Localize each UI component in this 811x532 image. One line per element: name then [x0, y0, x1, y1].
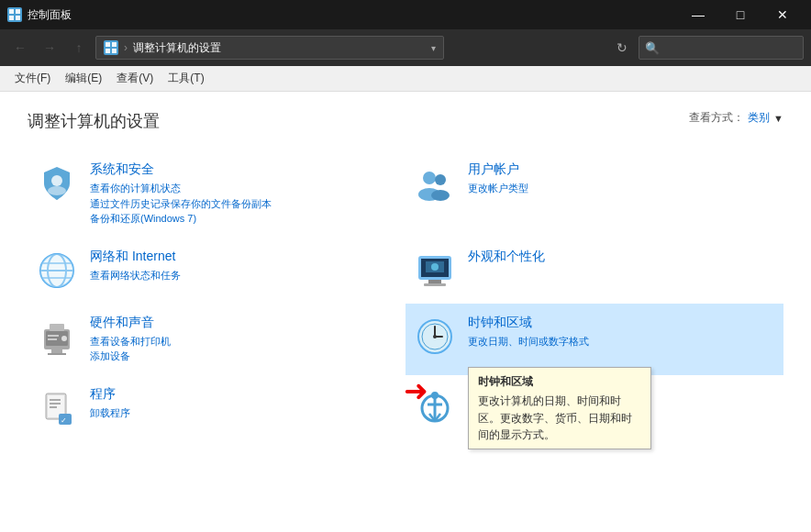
- svg-rect-30: [48, 353, 66, 355]
- window-title: 控制面板: [28, 7, 677, 23]
- view-type-link[interactable]: 类别: [748, 110, 770, 126]
- clock-icon: [413, 315, 457, 359]
- clock-link-1[interactable]: 更改日期、时间或数字格式: [468, 336, 589, 347]
- svg-point-12: [435, 174, 446, 185]
- clock-link[interactable]: 时钟和区域: [468, 315, 776, 331]
- svg-point-38: [433, 335, 437, 338]
- minimize-button[interactable]: —: [677, 0, 719, 29]
- menu-edit[interactable]: 编辑(E): [58, 67, 109, 90]
- network-link-1[interactable]: 查看网络状态和任务: [90, 270, 181, 281]
- view-controls: 查看方式： 类别 ▼: [689, 110, 783, 126]
- category-appearance: 外观和个性化: [406, 238, 783, 304]
- network-link[interactable]: 网络和 Internet: [90, 249, 398, 265]
- user-link[interactable]: 用户帐户: [468, 161, 776, 178]
- page-title: 调整计算机的设置: [28, 110, 783, 132]
- breadcrumb-separator: ›: [124, 41, 128, 54]
- appearance-icon: [413, 249, 457, 293]
- svg-rect-41: [50, 399, 61, 401]
- svg-rect-43: [50, 406, 57, 408]
- user-desc: 更改帐户类型: [468, 181, 776, 196]
- svg-point-25: [431, 263, 439, 271]
- svg-point-31: [61, 336, 67, 341]
- category-hardware: 硬件和声音 查看设备和打印机 添加设备: [28, 304, 406, 375]
- svg-rect-23: [424, 283, 446, 286]
- svg-rect-28: [50, 324, 64, 331]
- back-icon: ←: [14, 40, 27, 55]
- view-dropdown-icon[interactable]: ▼: [773, 113, 783, 124]
- svg-rect-0: [9, 9, 14, 14]
- up-icon: ↑: [76, 40, 83, 55]
- system-link-3[interactable]: 备份和还原(Windows 7): [90, 213, 196, 224]
- user-link-1[interactable]: 更改帐户类型: [468, 183, 528, 194]
- system-icon: [35, 161, 79, 205]
- clock-desc: 更改日期、时间或数字格式: [468, 334, 776, 349]
- system-link[interactable]: 系统和安全: [90, 161, 398, 178]
- maximize-button[interactable]: □: [719, 0, 761, 29]
- minimize-icon: —: [692, 8, 705, 21]
- red-arrow-indicator: ➜: [404, 376, 428, 405]
- svg-rect-3: [16, 16, 20, 20]
- svg-rect-2: [9, 16, 14, 20]
- system-link-1[interactable]: 查看你的计算机状态: [90, 183, 181, 194]
- svg-rect-42: [50, 403, 61, 405]
- forward-icon: →: [43, 40, 56, 55]
- hardware-link-1[interactable]: 查看设备和打印机: [90, 336, 171, 347]
- appearance-text: 外观和个性化: [468, 249, 776, 268]
- menu-tools[interactable]: 工具(T): [161, 67, 211, 90]
- close-button[interactable]: ✕: [761, 0, 804, 29]
- breadcrumb-dropdown-icon[interactable]: ▾: [431, 43, 436, 53]
- category-user: 用户帐户 更改帐户类型: [406, 150, 783, 238]
- network-text: 网络和 Internet 查看网络状态和任务: [90, 249, 398, 283]
- tooltip: 时钟和区域 更改计算机的日期、时间和时区。更改数字、货币、日期和时间的显示方式。: [468, 367, 651, 449]
- hardware-link[interactable]: 硬件和声音: [90, 315, 398, 331]
- menu-file[interactable]: 文件(F): [7, 67, 58, 90]
- breadcrumb-current: 调整计算机的设置: [133, 40, 221, 56]
- tooltip-title: 时钟和区域: [478, 373, 641, 391]
- svg-rect-29: [51, 349, 62, 353]
- refresh-button[interactable]: ↻: [609, 35, 635, 61]
- programs-icon: ✓: [35, 386, 79, 430]
- programs-link-1[interactable]: 卸载程序: [90, 407, 130, 418]
- svg-rect-32: [48, 335, 59, 337]
- system-desc: 查看你的计算机状态 通过文件历史记录保存你的文件备份副本 备份和还原(Windo…: [90, 181, 398, 227]
- svg-rect-5: [112, 42, 117, 47]
- back-button[interactable]: ←: [7, 35, 33, 61]
- system-link-2[interactable]: 通过文件历史记录保存你的文件备份副本: [90, 198, 272, 209]
- refresh-icon: ↻: [617, 40, 628, 55]
- programs-link[interactable]: 程序: [90, 386, 398, 403]
- navigation-bar: ← → ↑ › 调整计算机的设置 ▾ ↻ 🔍: [0, 29, 811, 66]
- hardware-link-2[interactable]: 添加设备: [90, 350, 130, 361]
- svg-point-9: [48, 186, 66, 195]
- breadcrumb-home-icon: [104, 40, 118, 55]
- titlebar: 控制面板 — □ ✕: [0, 0, 811, 29]
- svg-rect-7: [112, 49, 117, 53]
- forward-button[interactable]: →: [37, 35, 62, 61]
- hardware-text: 硬件和声音 查看设备和打印机 添加设备: [90, 315, 398, 364]
- network-desc: 查看网络状态和任务: [90, 268, 398, 283]
- menu-view[interactable]: 查看(V): [109, 67, 161, 90]
- programs-text: 程序 卸载程序: [90, 386, 398, 421]
- category-network: 网络和 Internet 查看网络状态和任务: [28, 238, 406, 304]
- svg-rect-33: [48, 338, 57, 340]
- up-button[interactable]: ↑: [66, 35, 92, 61]
- svg-rect-6: [106, 49, 110, 53]
- programs-desc: 卸载程序: [90, 405, 398, 421]
- svg-text:✓: ✓: [61, 416, 67, 425]
- breadcrumb-bar[interactable]: › 调整计算机的设置 ▾: [95, 36, 444, 60]
- view-label: 查看方式：: [689, 110, 744, 126]
- svg-point-8: [51, 175, 62, 186]
- user-icon: [413, 161, 457, 205]
- category-clock: 时钟和区域 更改日期、时间或数字格式: [406, 304, 783, 375]
- window-controls: — □ ✕: [677, 0, 804, 29]
- clock-text: 时钟和区域 更改日期、时间或数字格式: [468, 315, 776, 349]
- appearance-link[interactable]: 外观和个性化: [468, 249, 776, 265]
- maximize-icon: □: [737, 8, 744, 21]
- svg-rect-22: [428, 280, 441, 283]
- menu-bar: 文件(F) 编辑(E) 查看(V) 工具(T): [0, 66, 811, 92]
- search-bar[interactable]: 🔍: [639, 36, 804, 60]
- tooltip-text: 更改计算机的日期、时间和时区。更改数字、货币、日期和时间的显示方式。: [478, 395, 632, 440]
- hardware-desc: 查看设备和打印机 添加设备: [90, 334, 398, 364]
- category-programs: ✓ 程序 卸载程序: [28, 375, 406, 447]
- hardware-icon: [35, 315, 79, 359]
- network-icon: [35, 249, 79, 293]
